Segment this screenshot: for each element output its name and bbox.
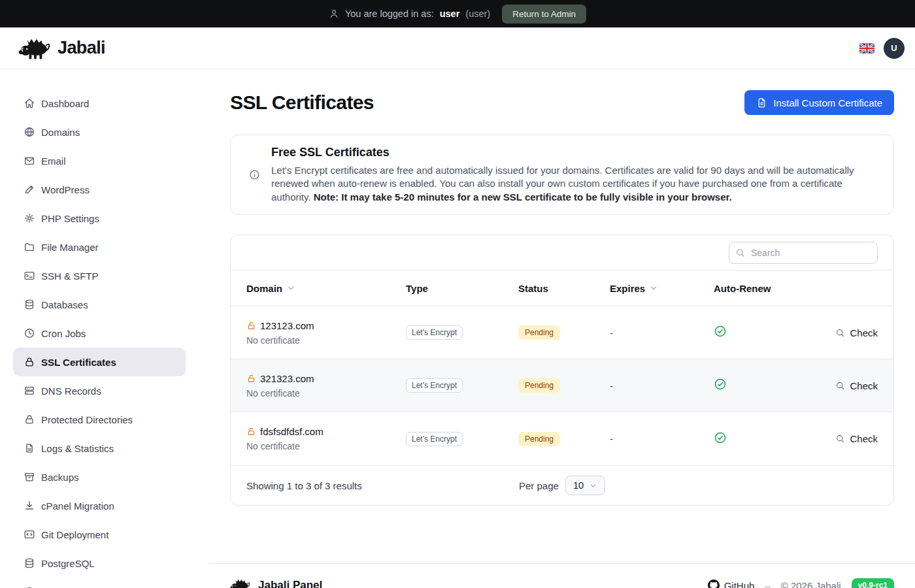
return-to-admin-button[interactable]: Return to Admin bbox=[502, 5, 586, 24]
sidebar-item-cron-jobs[interactable]: Cron Jobs bbox=[13, 319, 186, 348]
download-icon bbox=[24, 500, 35, 512]
sort-chevron-icon bbox=[286, 284, 295, 293]
copyright-text: © 2026 Jabali bbox=[781, 580, 841, 588]
database-icon bbox=[24, 557, 35, 569]
sidebar-item-databases[interactable]: Databases bbox=[13, 290, 186, 319]
auto-renew-check-icon bbox=[714, 378, 727, 391]
check-label: Check bbox=[850, 327, 878, 338]
info-box-body: Let's Encrypt certificates are free and … bbox=[271, 164, 875, 204]
sidebar-item-ssl-certificates[interactable]: SSL Certificates bbox=[13, 348, 186, 376]
logged-in-username: user bbox=[440, 8, 460, 19]
database-icon bbox=[24, 299, 35, 310]
status-badge: Pending bbox=[518, 378, 560, 393]
certificate-status-text: No certificate bbox=[246, 441, 406, 451]
column-header-expires[interactable]: Expires bbox=[610, 283, 714, 294]
type-badge: Let's Encrypt bbox=[406, 325, 463, 340]
certificate-status-text: No certificate bbox=[246, 335, 406, 346]
search-box bbox=[729, 242, 878, 264]
terminal-icon bbox=[24, 270, 35, 282]
sidebar-item-email[interactable]: Email bbox=[13, 146, 186, 175]
brand-name: Jabali bbox=[58, 38, 105, 58]
sidebar-item-git-deployment[interactable]: Git Deployment bbox=[13, 520, 186, 549]
unlock-icon bbox=[246, 321, 256, 331]
check-certificate-button[interactable]: Check bbox=[835, 433, 878, 444]
footer-brand: Jabali Panel bbox=[230, 578, 322, 588]
lock-icon bbox=[24, 356, 35, 368]
type-badge: Let's Encrypt bbox=[406, 432, 463, 446]
doc-chart-icon bbox=[24, 442, 35, 454]
search-input[interactable] bbox=[729, 242, 878, 264]
main-content: SSL Certificates Install Custom Certific… bbox=[209, 69, 915, 588]
table-row: 123123.com No certificate Let's Encrypt … bbox=[231, 306, 893, 359]
jabali-logo-icon bbox=[230, 578, 250, 588]
sidebar-item-ssh-sftp[interactable]: SSH & SFTP bbox=[13, 261, 186, 290]
sort-chevron-icon bbox=[649, 284, 658, 293]
home-icon bbox=[24, 97, 35, 109]
domain-name: fdsfsdfdsf.com bbox=[260, 426, 324, 437]
chevron-down-icon bbox=[589, 482, 597, 490]
sidebar-item-domains[interactable]: Domains bbox=[13, 118, 186, 146]
sidebar-item-cpanel-migration[interactable]: cPanel Migration bbox=[13, 491, 186, 520]
page-footer: Jabali Panel GitHub – © 2026 Jabali v0.9… bbox=[209, 563, 915, 588]
free-ssl-info-box: Free SSL Certificates Let's Encrypt cert… bbox=[230, 135, 894, 215]
certificate-status-text: No certificate bbox=[246, 388, 406, 399]
server-icon bbox=[24, 385, 35, 397]
unlock-icon bbox=[246, 374, 256, 384]
app-header: Jabali U bbox=[0, 27, 915, 69]
github-label: GitHub bbox=[724, 580, 755, 588]
language-flag-icon[interactable] bbox=[859, 43, 874, 54]
code-icon bbox=[24, 529, 35, 540]
expires-value: - bbox=[610, 327, 714, 338]
page-title: SSL Certificates bbox=[230, 91, 374, 114]
logged-in-role: (user) bbox=[465, 8, 490, 19]
table-body: 123123.com No certificate Let's Encrypt … bbox=[231, 306, 893, 466]
globe-icon bbox=[24, 126, 35, 138]
sidebar-item-file-manager[interactable]: File Manager bbox=[13, 233, 186, 261]
expires-value: - bbox=[610, 380, 714, 391]
auto-renew-check-icon bbox=[714, 325, 727, 338]
lock-icon bbox=[24, 414, 35, 425]
sidebar-item-wordpress[interactable]: WordPress bbox=[13, 175, 186, 204]
column-header-auto-renew: Auto-Renew bbox=[714, 283, 818, 294]
sidebar-item-postgresql[interactable]: PostgreSQL bbox=[13, 549, 186, 578]
check-certificate-button[interactable]: Check bbox=[835, 380, 878, 391]
logged-in-prefix: You are logged in as: bbox=[345, 8, 434, 19]
sidebar-item-dns-records[interactable]: DNS Records bbox=[13, 376, 186, 405]
check-label: Check bbox=[850, 433, 878, 444]
logged-in-message: You are logged in as: user (user) bbox=[329, 8, 490, 19]
magnifier-icon bbox=[835, 381, 845, 391]
table-footer: Showing 1 to 3 of 3 results Per page 10 bbox=[231, 466, 893, 505]
github-link[interactable]: GitHub bbox=[708, 580, 755, 588]
table-header-row: Domain Type Status Expires Auto-Renew bbox=[231, 270, 893, 306]
info-icon bbox=[249, 169, 260, 180]
install-button-label: Install Custom Certificate bbox=[773, 97, 882, 108]
archive-icon bbox=[24, 471, 35, 483]
version-badge: v0.9-rc1 bbox=[852, 578, 894, 588]
sidebar-item-dashboard[interactable]: Dashboard bbox=[13, 89, 186, 118]
per-page-label: Per page bbox=[519, 480, 559, 491]
table-row: fdsfsdfdsf.com No certificate Let's Encr… bbox=[231, 412, 893, 465]
install-custom-certificate-button[interactable]: Install Custom Certificate bbox=[744, 90, 894, 115]
pencil-icon bbox=[24, 184, 35, 195]
sidebar-item-backups[interactable]: Backups bbox=[13, 463, 186, 491]
sidebar-item-logs-statistics[interactable]: Logs & Statistics bbox=[13, 434, 186, 463]
check-certificate-button[interactable]: Check bbox=[835, 327, 878, 338]
certificate-icon bbox=[756, 97, 767, 108]
check-label: Check bbox=[850, 380, 878, 391]
sidebar-item-protected-directories[interactable]: Protected Directories bbox=[13, 405, 186, 434]
column-header-domain[interactable]: Domain bbox=[246, 283, 406, 294]
clock-icon bbox=[24, 327, 35, 339]
search-icon bbox=[735, 248, 745, 257]
info-box-note: Note: It may take 5-20 minutes for a new… bbox=[314, 191, 732, 203]
domain-name: 123123.com bbox=[260, 320, 314, 331]
sidebar-item-partial[interactable] bbox=[13, 578, 186, 588]
type-badge: Let's Encrypt bbox=[406, 378, 463, 393]
folder-icon bbox=[24, 241, 35, 253]
per-page-select[interactable]: 10 bbox=[565, 476, 605, 495]
sidebar-item-php-settings[interactable]: PHP Settings bbox=[13, 204, 186, 233]
user-avatar[interactable]: U bbox=[884, 38, 905, 59]
brand-home-link[interactable]: Jabali bbox=[18, 37, 105, 59]
domain-name: 321323.com bbox=[260, 373, 314, 384]
column-header-type: Type bbox=[406, 283, 518, 294]
footer-brand-name: Jabali Panel bbox=[258, 579, 322, 588]
